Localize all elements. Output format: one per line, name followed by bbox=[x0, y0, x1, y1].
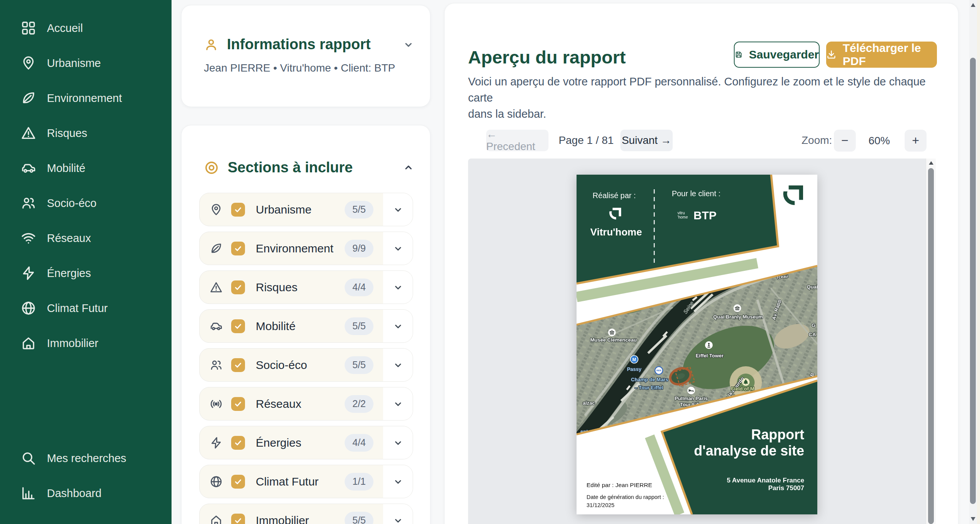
section-expand-button[interactable] bbox=[383, 349, 413, 381]
person-icon bbox=[204, 37, 218, 52]
section-row-risques[interactable]: Risques 4/4 bbox=[199, 270, 413, 304]
section-row-urbanisme[interactable]: Urbanisme 5/5 bbox=[199, 193, 413, 226]
house-icon bbox=[21, 335, 36, 351]
checkbox-checked[interactable] bbox=[231, 203, 245, 217]
report-info-card: Informations rapport Jean PIERRE • Vitru… bbox=[181, 5, 430, 107]
scroll-up-arrow-icon[interactable] bbox=[971, 3, 975, 7]
preview-scrollbar-thumb[interactable] bbox=[928, 168, 934, 524]
sidebar-item-label: Socio-éco bbox=[47, 197, 97, 210]
museum-icon bbox=[608, 329, 616, 336]
section-row-energies[interactable]: Énergies 4/4 bbox=[199, 426, 413, 459]
checkbox-checked[interactable] bbox=[231, 319, 245, 333]
checkbox-checked[interactable] bbox=[231, 280, 245, 294]
window-scrollbar-thumb[interactable] bbox=[970, 58, 976, 504]
section-expand-button[interactable] bbox=[383, 310, 413, 342]
chevron-down-icon bbox=[392, 515, 404, 524]
client-label: Pour le client : bbox=[672, 189, 721, 198]
sidebar-item-label: Risques bbox=[47, 127, 87, 140]
metro-m-letter: M bbox=[632, 357, 636, 362]
section-row-climat-futur[interactable]: Climat Futur 1/1 bbox=[199, 465, 413, 498]
edited-by: Edité par : Jean PIERRE bbox=[587, 482, 652, 488]
sidebar-item-reseaux[interactable]: Réseaux bbox=[0, 224, 172, 252]
sections-card: Sections à inclure Urbanisme 5/5 Environ… bbox=[181, 125, 430, 524]
sidebar-item-label: Dashboard bbox=[47, 487, 102, 500]
scroll-up-arrow-icon[interactable] bbox=[929, 161, 933, 165]
car-icon bbox=[210, 320, 223, 333]
zoom-value: 60% bbox=[862, 130, 897, 152]
download-pdf-button[interactable]: Télécharger le PDF bbox=[826, 42, 937, 68]
check-icon bbox=[233, 283, 243, 292]
pdf-preview-area[interactable]: ern Art Museum of Paris Quai Palais de C… bbox=[468, 159, 936, 524]
checkbox-checked[interactable] bbox=[231, 242, 245, 255]
chevron-down-icon bbox=[392, 204, 404, 215]
section-row-immobilier[interactable]: Immobilier 5/5 bbox=[199, 504, 413, 524]
section-expand-button[interactable] bbox=[383, 271, 413, 304]
sidebar-footer: Mes recherches Dashboard bbox=[0, 444, 172, 514]
sidebar-item-immobilier[interactable]: Immobilier bbox=[0, 329, 172, 357]
people-icon bbox=[210, 359, 223, 372]
section-label: Socio-éco bbox=[256, 359, 307, 372]
map-label-quai: Quai bbox=[807, 284, 817, 290]
next-page-button[interactable]: Suivant → bbox=[620, 130, 673, 151]
sidebar-item-urbanisme[interactable]: Urbanisme bbox=[0, 49, 172, 77]
checkbox-checked[interactable] bbox=[231, 475, 245, 489]
chevron-down-icon[interactable] bbox=[402, 38, 415, 51]
chevron-down-icon bbox=[392, 282, 404, 293]
section-count-badge: 2/2 bbox=[345, 395, 373, 413]
museum-icon bbox=[733, 304, 741, 312]
app-root: Accueil Urbanisme Environnement Risques … bbox=[0, 0, 980, 524]
rer-icon: RER bbox=[655, 367, 663, 374]
download-button-label: Télécharger le PDF bbox=[843, 42, 937, 68]
section-label: Immobilier bbox=[256, 514, 309, 524]
report-info-header[interactable]: Informations rapport bbox=[182, 36, 430, 53]
save-button[interactable]: Sauvegarder bbox=[734, 42, 820, 68]
bar-chart-icon bbox=[21, 486, 36, 501]
sidebar-item-climat-futur[interactable]: Climat Futur bbox=[0, 294, 172, 322]
sections-header[interactable]: Sections à inclure bbox=[182, 125, 430, 176]
chevron-down-icon bbox=[392, 320, 404, 332]
metro-icon: M bbox=[630, 355, 638, 363]
section-expand-button[interactable] bbox=[383, 193, 413, 226]
checkbox-checked[interactable] bbox=[231, 397, 245, 411]
bolt-icon bbox=[21, 265, 36, 281]
previous-page-button[interactable]: ← Precedent bbox=[486, 130, 548, 151]
sidebar-item-mobilite[interactable]: Mobilité bbox=[0, 154, 172, 182]
checkbox-checked[interactable] bbox=[231, 358, 245, 372]
globe-icon bbox=[210, 475, 223, 488]
sidebar-item-mes-recherches[interactable]: Mes recherches bbox=[0, 444, 172, 472]
section-expand-button[interactable] bbox=[383, 232, 413, 265]
section-expand-button[interactable] bbox=[383, 504, 413, 524]
checkbox-checked[interactable] bbox=[231, 436, 245, 450]
chevron-up-icon[interactable] bbox=[402, 162, 415, 174]
bolt-icon bbox=[210, 436, 223, 449]
description-line1: Voici un aperçu de votre rapport PDF per… bbox=[468, 73, 953, 106]
sidebar-item-accueil[interactable]: Accueil bbox=[0, 14, 172, 42]
report-info-subtitle: Jean PIERRE • Vitru'home • Client: BTP bbox=[182, 53, 430, 74]
zoom-out-button[interactable]: − bbox=[834, 130, 856, 152]
section-row-mobilite[interactable]: Mobilité 5/5 bbox=[199, 309, 413, 343]
tree-icon bbox=[742, 378, 750, 386]
sidebar-item-energies[interactable]: Énergies bbox=[0, 259, 172, 287]
section-row-environnement[interactable]: Environnement 9/9 bbox=[199, 232, 413, 265]
sidebar-item-dashboard[interactable]: Dashboard bbox=[0, 479, 172, 507]
map-label-champ-line2: – Tour Eiffel bbox=[635, 385, 663, 390]
sidebar-item-label: Climat Futur bbox=[47, 302, 108, 315]
sidebar-item-environnement[interactable]: Environnement bbox=[0, 84, 172, 112]
scroll-down-arrow-icon[interactable] bbox=[971, 517, 975, 521]
section-expand-button[interactable] bbox=[383, 387, 413, 420]
section-expand-button[interactable] bbox=[383, 465, 413, 498]
checkbox-checked[interactable] bbox=[231, 514, 245, 524]
sidebar-item-risques[interactable]: Risques bbox=[0, 119, 172, 147]
zoom-in-button[interactable]: + bbox=[905, 130, 927, 152]
check-icon bbox=[233, 438, 243, 447]
section-row-socio-eco[interactable]: Socio-éco 5/5 bbox=[199, 348, 413, 382]
section-expand-button[interactable] bbox=[383, 426, 413, 459]
statue-icon bbox=[705, 341, 713, 349]
pdf-cover: ern Art Museum of Paris Quai Palais de C… bbox=[577, 175, 817, 514]
preview-scrollbar[interactable] bbox=[926, 159, 936, 524]
people-icon bbox=[21, 195, 36, 211]
map-label-musee-clemenceau: Musée Clemenceau bbox=[590, 337, 637, 343]
sidebar-item-socio-eco[interactable]: Socio-éco bbox=[0, 189, 172, 217]
section-row-reseaux[interactable]: Réseaux 2/2 bbox=[199, 387, 413, 421]
map-label-partial-g: G bbox=[812, 322, 815, 328]
